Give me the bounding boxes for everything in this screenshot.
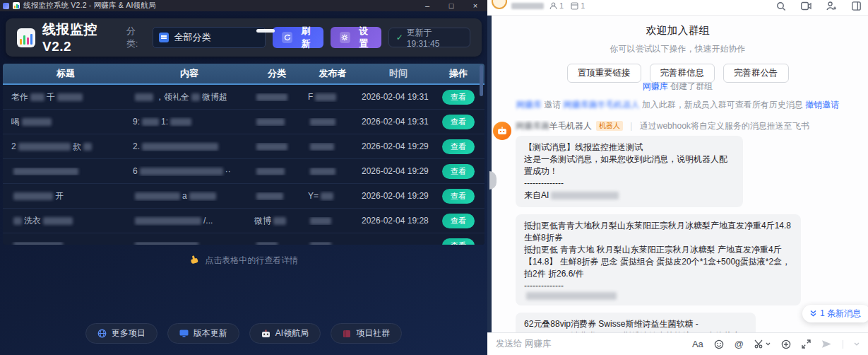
monitor-icon (179, 330, 189, 337)
table-row[interactable]: 查看 (3, 233, 484, 245)
book-icon (343, 330, 351, 338)
redacted-text (135, 217, 201, 225)
view-button[interactable]: 查看 (442, 115, 475, 129)
select-scrollbar[interactable] (256, 29, 275, 33)
send-options-icon[interactable] (854, 342, 860, 346)
sidebar-toggle-icon[interactable] (852, 1, 861, 11)
table-row[interactable]: 洗衣/...微博2026-02-04 19:28查看 (3, 209, 484, 233)
text-fragment: 1: (161, 117, 168, 127)
edit-group-info-button[interactable]: 完善群信息 (650, 64, 715, 83)
cell-action: 查看 (435, 238, 482, 245)
column-action: 操作 (435, 64, 482, 83)
message-line: 【测试消息】线报监控推送测试 (524, 141, 735, 153)
text-fragment: F (308, 92, 313, 102)
new-message-pill[interactable]: 1 条新消息 (802, 305, 868, 322)
text-fragment: -------------- (524, 178, 564, 190)
invite-verb: 邀请 (544, 100, 561, 110)
version-update-button[interactable]: 版本更新 (167, 323, 239, 344)
view-button[interactable]: 查看 (442, 238, 475, 245)
view-button[interactable]: 查看 (442, 139, 475, 154)
plus-circle-icon[interactable] (781, 339, 791, 349)
search-icon[interactable] (776, 1, 786, 11)
community-button[interactable]: 项目社群 (331, 323, 402, 344)
pane-count-badge[interactable]: 1 (571, 1, 585, 10)
cell-cat (250, 118, 304, 126)
table-row[interactable]: 老作千，领礼全微博超F2026-02-04 19:31查看 (3, 85, 484, 110)
table-scrollbar[interactable] (480, 65, 483, 96)
view-button[interactable]: 查看 (442, 164, 475, 179)
more-projects-label: 更多项目 (112, 327, 145, 339)
minimize-button[interactable]: – (415, 0, 439, 11)
screenshot-icon[interactable] (754, 339, 771, 349)
message-input-placeholder[interactable]: 发送给 网赚库 (496, 338, 551, 350)
cell-pub (304, 217, 362, 225)
emoji-icon[interactable] (714, 339, 724, 349)
cell-title (3, 242, 129, 245)
revoke-invite-link[interactable]: 撤销邀请 (805, 100, 839, 110)
cell-cat (250, 192, 304, 200)
message-line: -------------- (524, 178, 735, 190)
cell-pub (304, 118, 362, 126)
redacted-text (13, 168, 78, 175)
message-input-bar[interactable]: 发送给 网赚库 Aa @ (487, 332, 868, 355)
cell-title: 老作千 (3, 91, 129, 103)
close-button[interactable]: × (463, 0, 487, 11)
add-member-icon[interactable] (826, 1, 837, 11)
gear-icon (340, 32, 350, 43)
edit-announcement-button[interactable]: 完善群公告 (723, 64, 789, 83)
text-fragment: 喝 (11, 116, 20, 128)
redacted-text (18, 143, 71, 151)
invitee-link[interactable]: 网赚库薅羊毛机器人 (564, 100, 640, 110)
chevrons-down-icon (809, 310, 817, 318)
message-bubble[interactable]: 【测试消息】线报监控推送测试这是一条测试消息，如果您收到此消息，说明机器人配置成… (516, 136, 743, 207)
redacted-text (135, 93, 153, 101)
redacted-text (310, 143, 334, 151)
message-bubble[interactable]: 抵扣更低青青大地秋月梨山东莱阳正宗秋月冰糖梨产地直发净重4斤14.8生鲜8折券抵… (516, 214, 801, 305)
redacted-text (273, 217, 286, 225)
bot-name[interactable]: 羊毛机器人 (549, 121, 592, 131)
cell-time: 2026-02-04 19:29 (362, 191, 435, 201)
monitor-app-body: 线报监控 V2.2 分类: 全部分类 刷新 (0, 11, 487, 355)
redacted-text (310, 217, 331, 225)
view-button[interactable]: 查看 (442, 90, 475, 105)
category-select[interactable]: 全部分类 (153, 27, 266, 48)
video-call-icon[interactable] (801, 1, 811, 11)
refresh-button[interactable]: 刷新 (273, 27, 323, 48)
bot-avatar[interactable] (493, 122, 511, 140)
welcome-title: 欢迎加入群组 (487, 24, 868, 37)
group-avatar[interactable] (492, 0, 507, 9)
message-list: 【测试消息】线报监控推送测试这是一条测试消息，如果您收到此消息，说明机器人配置成… (516, 136, 862, 332)
view-button[interactable]: 查看 (442, 214, 475, 228)
column-time: 时间 (362, 64, 435, 83)
redacted-text (142, 143, 218, 151)
cell-pub: Y= (304, 191, 362, 201)
table-row[interactable]: 喝9:1:2026-02-04 19:31查看 (3, 110, 484, 134)
invite-line: 网赚库 邀请 网赚库薅羊毛机器人 加入此群，新成员入群可查看所有历史消息 撤销邀… (487, 99, 868, 111)
redacted-text (13, 242, 63, 245)
table-row[interactable]: 开aY=2026-02-04 19:29查看 (3, 184, 484, 209)
creator-link[interactable]: 网赚库 (643, 81, 668, 91)
created-text: 创建了群组 (670, 81, 713, 91)
member-count-badge[interactable]: 1 (549, 1, 564, 10)
redacted-text (135, 242, 198, 245)
settings-button[interactable]: 设置 (331, 27, 381, 48)
table-row[interactable]: 6··2026-02-04 19:29查看 (3, 159, 484, 184)
inviter-link[interactable]: 网赚库 (516, 100, 542, 110)
send-icon[interactable] (821, 339, 832, 349)
expand-icon[interactable] (802, 339, 811, 349)
pin-link-button[interactable]: 置顶重要链接 (567, 64, 641, 83)
maximize-button[interactable]: □ (439, 0, 463, 11)
mention-icon[interactable]: @ (735, 339, 744, 349)
refresh-icon (282, 32, 292, 43)
more-projects-button[interactable]: 更多项目 (85, 323, 157, 344)
cell-pub (304, 143, 362, 151)
check-icon: ✓ (396, 33, 403, 42)
cell-title: 2款 (3, 141, 129, 153)
message-bubble[interactable]: 62元叠88vip消费券 Swisse斯维诗益生菌软糖 -62元叠88vip消费… (516, 313, 756, 332)
view-button[interactable]: 查看 (442, 189, 475, 204)
text-fragment: 抵扣更低青青大地秋月梨山东莱阳正宗秋月冰糖梨产地直发净重4斤14.8生鲜8折券 (524, 220, 792, 244)
table-row[interactable]: 2款2.2026-02-04 19:29查看 (3, 134, 484, 159)
ai-hub-button[interactable]: AI领航局 (249, 323, 321, 344)
text-format-icon[interactable]: Aa (692, 339, 703, 349)
robot-face-icon (497, 127, 507, 135)
